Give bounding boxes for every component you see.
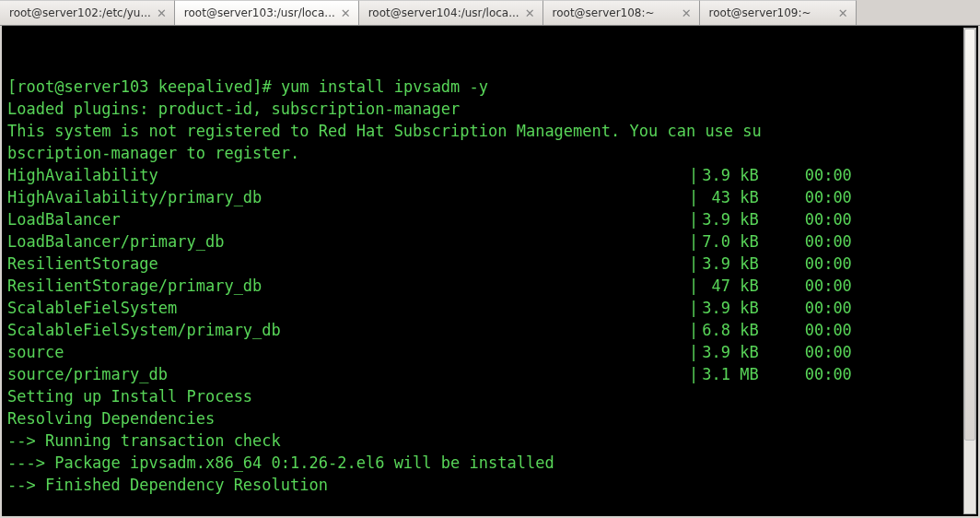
repo-download-line: LoadBalancer|3.9 kB00:00 (7, 208, 978, 230)
close-icon[interactable]: ✕ (680, 6, 694, 20)
terminal-tab[interactable]: root@server103:/usr/loca...✕ (175, 0, 359, 25)
repo-size: 3.9 kB (702, 208, 804, 230)
close-icon[interactable]: ✕ (523, 6, 537, 20)
terminal-output-line: Loaded plugins: product-id, subscription… (7, 98, 978, 120)
repo-time: 00:00 (805, 230, 852, 253)
repo-time: 00:00 (805, 275, 852, 297)
separator: | (689, 319, 702, 341)
tab-label: root@server108:~ (553, 6, 676, 19)
terminal-tab[interactable]: root@server108:~✕ (543, 0, 700, 25)
repo-time: 00:00 (805, 341, 852, 363)
repo-name: LoadBalancer/primary_db (7, 230, 689, 253)
prompt-open: [ (7, 77, 17, 96)
repo-time: 00:00 (805, 164, 852, 186)
repo-name: HighAvailability (7, 164, 689, 186)
repo-size: 3.9 kB (702, 164, 804, 186)
prompt-cwd: keepalived (158, 77, 252, 96)
repo-name: ScalableFielSystem (7, 297, 689, 319)
repo-size: 43 kB (702, 186, 804, 208)
repo-name: ScalableFielSystem/primary_db (7, 319, 689, 341)
repo-download-line: ScalableFielSystem|3.9 kB00:00 (7, 297, 978, 319)
terminal-pane[interactable]: [root@server103 keepalived]# yum install… (0, 26, 980, 518)
repo-size: 6.8 kB (702, 319, 804, 341)
repo-download-line: HighAvailability|3.9 kB00:00 (7, 164, 978, 186)
separator: | (689, 297, 702, 319)
repo-name: source (7, 341, 689, 363)
repo-name: LoadBalancer (7, 208, 689, 230)
command-text: yum install ipvsadm -y (281, 77, 488, 96)
close-icon[interactable]: ✕ (339, 6, 353, 20)
repo-time: 00:00 (805, 186, 852, 208)
tab-bar: root@server102:/etc/yu...✕root@server103… (0, 0, 980, 26)
separator: | (689, 341, 702, 363)
repo-size: 7.0 kB (702, 230, 804, 253)
terminal-output-line: This system is not registered to Red Hat… (7, 120, 978, 142)
repo-size: 3.9 kB (702, 253, 804, 275)
terminal-output-line: Resolving Dependencies (7, 407, 978, 430)
terminal-tab[interactable]: root@server102:/etc/yu...✕ (0, 0, 175, 25)
separator: | (689, 164, 702, 186)
separator: | (689, 253, 702, 275)
terminal-tab[interactable]: root@server109:~✕ (700, 0, 857, 25)
tab-label: root@server103:/usr/loca... (184, 6, 335, 19)
terminal-output-line: Setting up Install Process (7, 385, 978, 407)
repo-size: 3.1 MB (702, 363, 804, 385)
repo-download-line: ResilientStorage/primary_db| 47 kB00:00 (7, 275, 978, 297)
terminal-scrollbar[interactable] (963, 28, 976, 514)
repo-time: 00:00 (805, 253, 852, 275)
repo-time: 00:00 (805, 363, 852, 385)
repo-download-line: source/primary_db|3.1 MB00:00 (7, 363, 978, 385)
repo-download-line: source|3.9 kB00:00 (7, 341, 978, 363)
repo-name: ResilientStorage (7, 253, 689, 275)
repo-name: ResilientStorage/primary_db (7, 275, 689, 297)
terminal-output-line: ---> Package ipvsadm.x86_64 0:1.26-2.el6… (7, 452, 978, 474)
separator: | (689, 186, 702, 208)
tab-label: root@server104:/usr/loca... (368, 6, 519, 19)
terminal-tab[interactable]: root@server104:/usr/loca...✕ (359, 0, 543, 25)
repo-size: 47 kB (702, 275, 804, 297)
repo-download-line: ResilientStorage|3.9 kB00:00 (7, 253, 978, 275)
repo-download-line: ScalableFielSystem/primary_db|6.8 kB00:0… (7, 319, 978, 341)
prompt-line: [root@server103 keepalived]# yum install… (7, 76, 978, 98)
separator: | (689, 275, 702, 297)
close-icon[interactable]: ✕ (155, 6, 169, 20)
repo-time: 00:00 (805, 208, 852, 230)
tab-label: root@server109:~ (709, 6, 833, 19)
separator: | (689, 208, 702, 230)
terminal-output-line (7, 496, 978, 518)
prompt-user-host: root@server103 (17, 77, 148, 96)
repo-time: 00:00 (805, 297, 852, 319)
repo-size: 3.9 kB (702, 297, 804, 319)
prompt-close: ]# (252, 77, 281, 96)
terminal-output-line: --> Finished Dependency Resolution (7, 474, 978, 496)
repo-name: source/primary_db (7, 363, 689, 385)
repo-time: 00:00 (805, 319, 852, 341)
repo-download-line: LoadBalancer/primary_db|7.0 kB00:00 (7, 230, 978, 253)
tab-label: root@server102:/etc/yu... (9, 6, 151, 19)
terminal-output-line: --> Running transaction check (7, 430, 978, 452)
repo-size: 3.9 kB (702, 341, 804, 363)
repo-name: HighAvailability/primary_db (7, 186, 689, 208)
separator: | (689, 363, 702, 385)
repo-download-line: HighAvailability/primary_db| 43 kB00:00 (7, 186, 978, 208)
separator: | (689, 230, 702, 253)
close-icon[interactable]: ✕ (836, 6, 850, 20)
terminal-output-line: bscription-manager to register. (7, 142, 978, 164)
scrollbar-thumb[interactable] (964, 29, 975, 441)
